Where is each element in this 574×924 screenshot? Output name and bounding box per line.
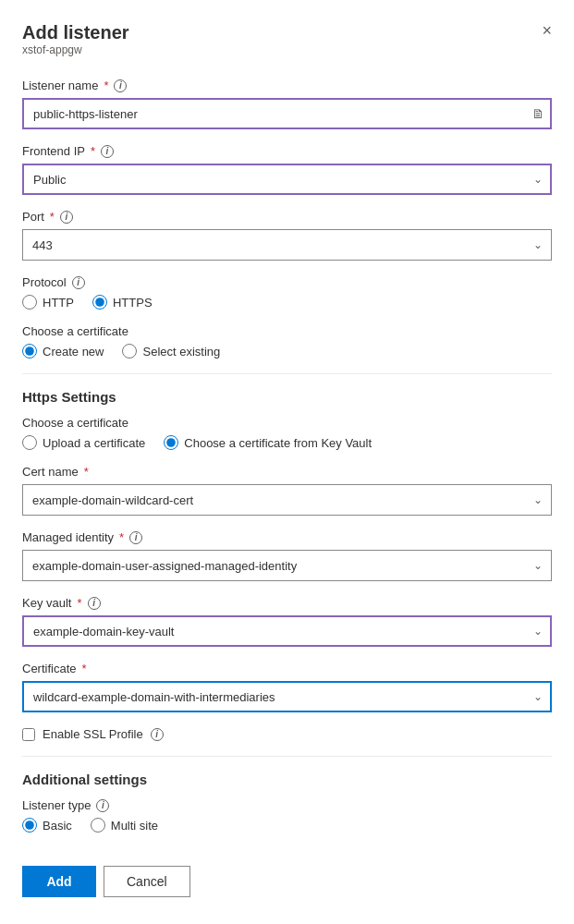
ssl-profile-checkbox[interactable] — [22, 728, 35, 741]
panel-header: Add listener xstof-appgw × — [22, 22, 552, 75]
cert-select-existing-label: Select existing — [142, 345, 220, 359]
required-star-certificate: * — [82, 662, 87, 675]
protocol-group: Protocol i HTTP HTTPS — [22, 275, 552, 310]
panel-subtitle: xstof-appgw — [22, 43, 129, 56]
https-key-vault-radio[interactable] — [164, 435, 178, 450]
protocol-https-radio[interactable] — [92, 295, 107, 310]
managed-identity-group: Managed identity * i example-domain-user… — [22, 530, 552, 581]
add-button[interactable]: Add — [22, 866, 96, 897]
cert-name-select[interactable]: example-domain-wildcard-cert — [22, 484, 552, 516]
listener-name-label: Listener name * i — [22, 79, 552, 92]
additional-settings-section: Additional settings Listener type i Basi… — [22, 772, 552, 833]
cert-select-existing-option[interactable]: Select existing — [122, 344, 220, 359]
listener-type-radio-group: Basic Multi site — [22, 818, 552, 833]
listener-type-basic-radio[interactable] — [22, 818, 37, 833]
https-settings-section: Https Settings Choose a certificate Uplo… — [22, 389, 552, 741]
https-choose-certificate-label: Choose a certificate — [22, 416, 552, 430]
port-info-icon[interactable]: i — [60, 211, 73, 224]
https-key-vault-option[interactable]: Choose a certificate from Key Vault — [164, 435, 372, 450]
listener-type-label: Listener type i — [22, 798, 552, 812]
port-select[interactable]: 443 — [22, 229, 552, 261]
close-button[interactable]: × — [542, 22, 552, 39]
listener-name-group: Listener name * i 🗎 — [22, 79, 552, 129]
https-upload-cert-option[interactable]: Upload a certificate — [22, 435, 145, 450]
port-group: Port * i 443 ⌄ — [22, 210, 552, 261]
listener-type-basic-option[interactable]: Basic — [22, 818, 72, 833]
cert-name-group: Cert name * example-domain-wildcard-cert… — [22, 465, 552, 516]
https-choose-certificate-group: Choose a certificate Upload a certificat… — [22, 416, 552, 450]
choose-certificate-radio-group: Create new Select existing — [22, 344, 552, 359]
add-listener-panel: Add listener xstof-appgw × Listener name… — [0, 0, 574, 924]
managed-identity-select[interactable]: example-domain-user-assigned-managed-ide… — [22, 550, 552, 581]
managed-identity-select-wrapper: example-domain-user-assigned-managed-ide… — [22, 550, 552, 581]
listener-type-info-icon[interactable]: i — [96, 799, 109, 812]
protocol-http-radio[interactable] — [22, 295, 37, 310]
protocol-radio-group: HTTP HTTPS — [22, 295, 552, 310]
ssl-profile-info-icon[interactable]: i — [151, 728, 164, 741]
cert-create-new-radio[interactable] — [22, 344, 37, 359]
required-star-cert: * — [84, 465, 89, 479]
listener-type-multisite-radio[interactable] — [91, 818, 105, 833]
protocol-https-label: HTTPS — [113, 296, 153, 310]
listener-type-group: Listener type i Basic Multi site — [22, 798, 552, 833]
protocol-info-icon[interactable]: i — [72, 276, 85, 289]
listener-type-multisite-option[interactable]: Multi site — [91, 818, 158, 833]
protocol-label: Protocol i — [22, 275, 552, 289]
listener-name-info-icon[interactable]: i — [114, 79, 127, 92]
frontend-ip-select[interactable]: Public Private — [22, 164, 552, 195]
protocol-http-label: HTTP — [43, 296, 74, 310]
ssl-profile-row: Enable SSL Profile i — [22, 727, 552, 741]
frontend-ip-label: Frontend IP * i — [22, 144, 552, 158]
certificate-select[interactable]: wildcard-example-domain-with-intermediar… — [22, 681, 552, 712]
additional-settings-title: Additional settings — [22, 772, 552, 787]
certificate-label: Certificate * — [22, 662, 552, 675]
key-vault-group: Key vault * i example-domain-key-vault ⌄ — [22, 596, 552, 647]
required-star: * — [104, 79, 108, 92]
frontend-ip-select-wrapper: Public Private ⌄ — [22, 164, 552, 195]
footer: Add Cancel — [22, 847, 552, 916]
cert-name-label: Cert name * — [22, 465, 552, 479]
listener-name-icon: 🗎 — [531, 106, 544, 121]
divider-2 — [22, 756, 552, 757]
https-upload-cert-label: Upload a certificate — [43, 436, 145, 450]
choose-certificate-label: Choose a certificate — [22, 324, 552, 338]
certificate-select-wrapper: wildcard-example-domain-with-intermediar… — [22, 681, 552, 712]
choose-certificate-group: Choose a certificate Create new Select e… — [22, 324, 552, 359]
https-settings-title: Https Settings — [22, 389, 552, 405]
cert-create-new-label: Create new — [43, 345, 104, 359]
panel-title: Add listener — [22, 22, 129, 43]
port-select-wrapper: 443 ⌄ — [22, 229, 552, 261]
managed-identity-label: Managed identity * i — [22, 530, 552, 544]
cert-select-existing-radio[interactable] — [122, 344, 137, 359]
cert-name-select-wrapper: example-domain-wildcard-cert ⌄ — [22, 484, 552, 516]
frontend-ip-group: Frontend IP * i Public Private ⌄ — [22, 144, 552, 195]
frontend-ip-info-icon[interactable]: i — [101, 145, 114, 158]
cancel-button[interactable]: Cancel — [104, 866, 190, 897]
protocol-https-option[interactable]: HTTPS — [92, 295, 153, 310]
https-upload-cert-radio[interactable] — [22, 435, 37, 450]
protocol-http-option[interactable]: HTTP — [22, 295, 74, 310]
certificate-group: Certificate * wildcard-example-domain-wi… — [22, 662, 552, 712]
required-star-kv: * — [77, 596, 81, 610]
key-vault-select[interactable]: example-domain-key-vault — [22, 615, 552, 647]
ssl-profile-label[interactable]: Enable SSL Profile — [43, 727, 143, 741]
divider-1 — [22, 373, 552, 374]
listener-type-basic-label: Basic — [43, 819, 72, 833]
key-vault-select-wrapper: example-domain-key-vault ⌄ — [22, 615, 552, 647]
managed-identity-info-icon[interactable]: i — [129, 531, 142, 544]
https-key-vault-label: Choose a certificate from Key Vault — [184, 436, 372, 450]
panel-title-area: Add listener xstof-appgw — [22, 22, 129, 75]
listener-type-multisite-label: Multi site — [111, 819, 158, 833]
key-vault-label: Key vault * i — [22, 596, 552, 610]
key-vault-info-icon[interactable]: i — [88, 597, 101, 610]
required-star-frontend: * — [91, 144, 95, 158]
cert-create-new-option[interactable]: Create new — [22, 344, 104, 359]
https-cert-radio-group: Upload a certificate Choose a certificat… — [22, 435, 552, 450]
required-star-managed: * — [119, 530, 124, 544]
listener-name-input-wrapper: 🗎 — [22, 98, 552, 129]
port-label: Port * i — [22, 210, 552, 224]
listener-name-input[interactable] — [22, 98, 552, 129]
required-star-port: * — [50, 210, 55, 224]
